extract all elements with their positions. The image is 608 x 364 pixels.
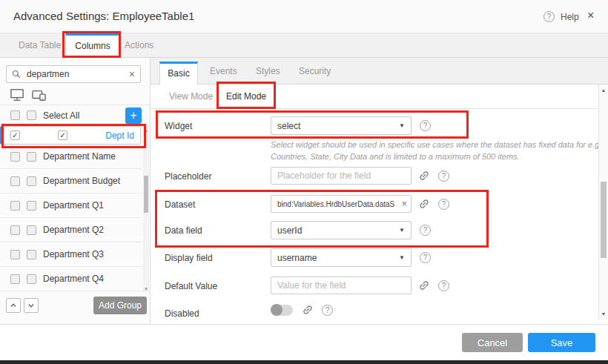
save-button[interactable]: Save bbox=[528, 333, 595, 352]
help-link[interactable]: Help bbox=[561, 12, 579, 22]
placeholder-help-icon[interactable]: ? bbox=[438, 171, 449, 182]
column-label[interactable]: Department Budget bbox=[43, 176, 120, 186]
select-all-checkbox-1[interactable] bbox=[10, 110, 20, 120]
tab-security[interactable]: Security bbox=[299, 58, 331, 85]
add-group-button[interactable]: Add Group bbox=[93, 297, 147, 314]
chevron-down-icon: ▼ bbox=[399, 254, 405, 261]
column-label[interactable]: Department Q3 bbox=[43, 249, 104, 259]
placeholder-label: Placeholder bbox=[165, 171, 211, 182]
column-row-dept-id[interactable]: ✓ ✓ Dept Id bbox=[0, 126, 141, 145]
scroll-up-icon[interactable]: ▲ bbox=[143, 128, 149, 133]
dataset-help-icon[interactable]: ? bbox=[438, 199, 449, 210]
help-icon[interactable]: ? bbox=[543, 11, 555, 22]
data-field-label: Data field bbox=[165, 225, 202, 236]
disabled-toggle[interactable] bbox=[271, 305, 293, 316]
tab-basic[interactable]: Basic bbox=[159, 62, 198, 85]
checkbox[interactable] bbox=[27, 274, 36, 284]
close-icon[interactable]: × bbox=[587, 9, 594, 22]
add-column-button[interactable]: + bbox=[125, 107, 142, 124]
data-field-select-value: userId bbox=[277, 225, 302, 236]
checkbox[interactable] bbox=[10, 152, 20, 162]
cancel-button[interactable]: Cancel bbox=[462, 333, 523, 352]
checkbox-checked[interactable]: ✓ bbox=[58, 130, 67, 140]
tab-actions[interactable]: Actions bbox=[125, 33, 153, 58]
checkbox-checked[interactable]: ✓ bbox=[10, 130, 20, 140]
checkbox[interactable] bbox=[10, 201, 20, 211]
data-field-help-icon[interactable]: ? bbox=[420, 225, 431, 236]
disabled-help-icon[interactable]: ? bbox=[322, 305, 333, 316]
scrollbar-thumb[interactable] bbox=[144, 176, 148, 213]
column-row[interactable]: Department Q2 bbox=[0, 218, 151, 242]
column-label[interactable]: Department Q4 bbox=[43, 274, 104, 284]
display-field-label: Display field bbox=[165, 253, 213, 263]
checkbox[interactable] bbox=[27, 225, 36, 235]
column-label[interactable]: Department Q1 bbox=[43, 200, 104, 211]
disabled-row: Disabled ? bbox=[151, 304, 595, 323]
data-field-select[interactable]: userId ▼ bbox=[271, 221, 412, 239]
tab-data-table[interactable]: Data Table bbox=[19, 33, 61, 58]
bind-link-icon[interactable] bbox=[418, 279, 430, 291]
tab-events[interactable]: Events bbox=[210, 58, 237, 85]
list-scrollbar[interactable]: ▲ ▼ bbox=[143, 127, 149, 293]
device-toggle-row bbox=[0, 85, 151, 105]
scrollbar-thumb[interactable] bbox=[601, 182, 607, 258]
tab-columns[interactable]: Columns bbox=[65, 33, 120, 59]
dataset-clear-icon[interactable]: × bbox=[401, 198, 407, 209]
scroll-down-icon[interactable]: ▼ bbox=[599, 311, 608, 317]
tab-edit-mode[interactable]: Edit Mode bbox=[226, 85, 266, 109]
toggle-knob bbox=[271, 304, 282, 316]
dialog-footer: Cancel Save bbox=[0, 324, 608, 360]
scroll-down-icon[interactable]: ▼ bbox=[143, 287, 149, 291]
data-field-row: Data field userId ▼ ? bbox=[151, 221, 595, 240]
display-field-help-icon[interactable]: ? bbox=[420, 252, 431, 263]
widget-row: Widget select ▼ ? bbox=[151, 116, 595, 136]
checkbox[interactable] bbox=[27, 152, 36, 162]
display-field-select[interactable]: username ▼ bbox=[271, 248, 412, 267]
default-value-input[interactable] bbox=[271, 277, 412, 294]
widget-select-value: select bbox=[277, 121, 300, 131]
dataset-input[interactable] bbox=[271, 195, 412, 213]
default-value-help-icon[interactable]: ? bbox=[438, 280, 449, 291]
tab-styles[interactable]: Styles bbox=[256, 58, 280, 85]
checkbox[interactable] bbox=[10, 225, 20, 235]
mode-tab-bar: View Mode Edit Mode bbox=[151, 85, 608, 109]
select-all-row: Select All + bbox=[0, 105, 151, 126]
move-up-button[interactable] bbox=[6, 298, 21, 313]
disabled-label: Disabled bbox=[165, 308, 199, 319]
column-row[interactable]: Department Q1 bbox=[0, 193, 151, 218]
panel-tab-bar: Basic Events Styles Security bbox=[151, 58, 608, 85]
column-label[interactable]: Department Q2 bbox=[43, 225, 104, 235]
search-clear-icon[interactable]: × bbox=[129, 69, 135, 79]
desktop-icon[interactable] bbox=[10, 88, 24, 102]
window-bottom-edge bbox=[0, 360, 608, 364]
search-input[interactable] bbox=[25, 68, 125, 80]
column-list: ✓ ✓ Dept Id Department Name Department B… bbox=[0, 126, 151, 291]
tab-view-mode[interactable]: View Mode bbox=[169, 85, 213, 109]
checkbox[interactable] bbox=[27, 176, 36, 186]
widget-help-icon[interactable]: ? bbox=[420, 120, 431, 131]
panel-scrollbar[interactable]: ▲ ▼ bbox=[598, 85, 608, 320]
checkbox[interactable] bbox=[10, 274, 20, 284]
select-all-checkbox-2[interactable] bbox=[27, 110, 36, 120]
bind-link-icon[interactable] bbox=[418, 170, 430, 182]
scroll-up-icon[interactable]: ▲ bbox=[599, 87, 608, 93]
column-label[interactable]: Dept Id bbox=[105, 130, 134, 141]
chevron-down-icon: ▼ bbox=[399, 227, 405, 234]
mobile-tablet-icon[interactable] bbox=[31, 88, 47, 102]
checkbox[interactable] bbox=[27, 201, 36, 211]
column-row[interactable]: Department Name bbox=[0, 145, 151, 169]
move-down-button[interactable] bbox=[24, 298, 39, 313]
column-row[interactable]: Department Budget bbox=[0, 169, 151, 193]
placeholder-input[interactable] bbox=[271, 167, 412, 185]
display-field-row: Display field username ▼ ? bbox=[151, 248, 595, 268]
checkbox[interactable] bbox=[27, 250, 36, 259]
column-label[interactable]: Department Name bbox=[43, 151, 116, 162]
widget-select[interactable]: select ▼ bbox=[271, 116, 412, 135]
checkbox[interactable] bbox=[10, 250, 20, 259]
column-row[interactable]: Department Q3 bbox=[0, 242, 151, 267]
columns-sidebar: × Select All + ✓ ✓ Dept Id bbox=[0, 58, 151, 324]
checkbox[interactable] bbox=[10, 176, 20, 186]
bind-link-icon[interactable] bbox=[302, 304, 314, 316]
bind-link-icon[interactable] bbox=[418, 198, 430, 210]
column-row[interactable]: Department Q4 bbox=[0, 267, 151, 291]
